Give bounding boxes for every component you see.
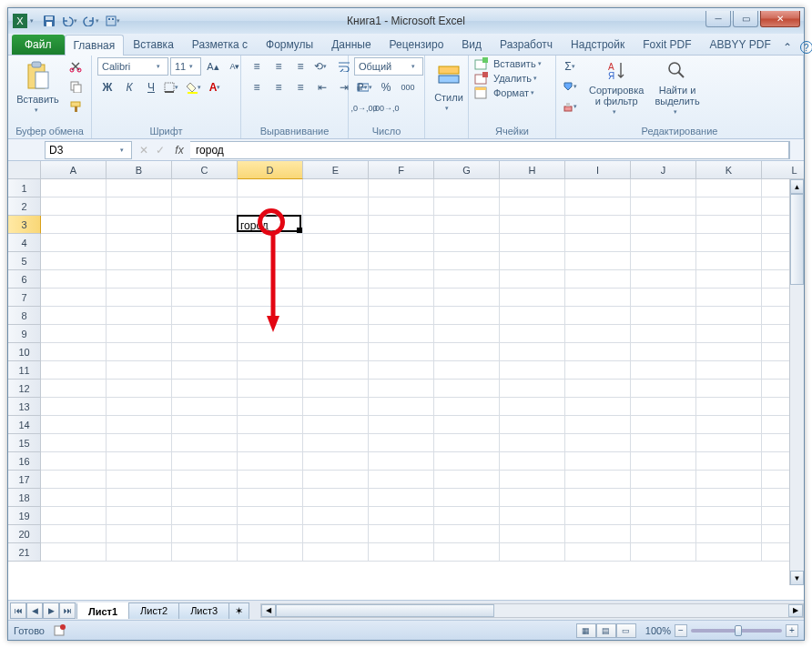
ribbon-tab-0[interactable]: Главная [65, 35, 125, 56]
cell[interactable] [303, 289, 369, 307]
cell[interactable] [172, 489, 238, 507]
row-header[interactable]: 6 [8, 270, 41, 289]
cell[interactable] [762, 197, 789, 216]
cell[interactable] [434, 325, 500, 343]
zoom-slider[interactable] [691, 629, 782, 633]
cell[interactable] [41, 197, 107, 216]
cell[interactable] [500, 270, 565, 289]
accounting-button[interactable]: ₽▾ [354, 78, 374, 96]
cell[interactable] [565, 416, 631, 434]
cell[interactable] [565, 525, 631, 543]
cell[interactable] [500, 343, 565, 361]
cell[interactable] [172, 543, 238, 562]
cell[interactable] [107, 252, 172, 270]
cell[interactable] [238, 525, 303, 543]
cell[interactable] [238, 343, 303, 361]
underline-button[interactable]: Ч [141, 78, 161, 96]
font-size-combo[interactable]: 11▾ [170, 57, 201, 76]
cell[interactable] [696, 380, 762, 398]
cell[interactable] [565, 452, 631, 471]
file-tab[interactable]: Файл [12, 35, 65, 55]
cell[interactable] [631, 398, 696, 416]
cell[interactable] [434, 434, 500, 452]
cell[interactable] [369, 452, 434, 471]
cell[interactable] [696, 197, 762, 216]
row-header[interactable]: 18 [8, 489, 41, 507]
cell[interactable] [172, 307, 238, 325]
increase-decimal-button[interactable]: ,0→,00 [354, 99, 374, 117]
cell[interactable] [107, 343, 172, 361]
cell[interactable] [41, 307, 107, 325]
cell[interactable] [41, 543, 107, 562]
find-select-button[interactable]: Найти и выделить▾ [651, 57, 703, 117]
row-header[interactable]: 10 [8, 343, 41, 361]
ribbon-tab-5[interactable]: Рецензиро [381, 34, 453, 55]
cell[interactable] [762, 398, 789, 416]
cell[interactable] [762, 179, 789, 197]
cell[interactable] [631, 325, 696, 343]
formula-input[interactable]: город [190, 141, 789, 159]
cell[interactable] [565, 434, 631, 452]
cell[interactable] [172, 471, 238, 489]
cell[interactable] [565, 507, 631, 525]
cell[interactable] [631, 252, 696, 270]
row-header[interactable]: 8 [8, 307, 41, 325]
cell[interactable] [500, 197, 565, 216]
cell[interactable] [762, 325, 789, 343]
cell[interactable] [172, 525, 238, 543]
cell[interactable] [238, 179, 303, 197]
cell[interactable] [565, 343, 631, 361]
cell[interactable] [500, 471, 565, 489]
styles-button[interactable]: Стили▾ [431, 57, 467, 117]
maximize-button[interactable]: ▭ [733, 11, 758, 27]
cell[interactable] [303, 270, 369, 289]
cell[interactable] [172, 398, 238, 416]
cell[interactable] [369, 471, 434, 489]
cell[interactable] [631, 507, 696, 525]
cell[interactable] [762, 361, 789, 380]
cell[interactable] [500, 361, 565, 380]
cell[interactable] [369, 507, 434, 525]
cell[interactable] [565, 398, 631, 416]
cell[interactable] [107, 270, 172, 289]
cell[interactable] [238, 361, 303, 380]
cell[interactable] [696, 452, 762, 471]
cell[interactable] [762, 471, 789, 489]
format-painter-button[interactable] [66, 97, 86, 116]
select-all-corner[interactable] [8, 161, 41, 179]
cell[interactable] [41, 471, 107, 489]
cell[interactable] [172, 289, 238, 307]
cell[interactable] [565, 197, 631, 216]
row-header[interactable]: 17 [8, 471, 41, 489]
cell[interactable] [696, 398, 762, 416]
cell[interactable] [303, 434, 369, 452]
cell[interactable] [762, 434, 789, 452]
ribbon-tab-9[interactable]: Foxit PDF [634, 34, 700, 55]
align-center-button[interactable]: ≡ [269, 78, 289, 96]
cell[interactable] [369, 325, 434, 343]
cell[interactable] [631, 361, 696, 380]
cell[interactable] [41, 179, 107, 197]
cell[interactable] [565, 489, 631, 507]
column-header[interactable]: I [565, 161, 631, 179]
row-header[interactable]: 21 [8, 543, 41, 562]
qat-menu-dropdown[interactable]: ▾ [30, 17, 37, 25]
cell[interactable] [369, 252, 434, 270]
cell[interactable] [107, 289, 172, 307]
cell[interactable] [434, 416, 500, 434]
cell[interactable] [238, 416, 303, 434]
column-header[interactable]: F [369, 161, 434, 179]
cell[interactable] [369, 179, 434, 197]
cell[interactable] [107, 307, 172, 325]
cell[interactable] [762, 307, 789, 325]
cell[interactable] [631, 289, 696, 307]
normal-view-button[interactable]: ▦ [576, 623, 596, 638]
cell[interactable] [172, 380, 238, 398]
cell[interactable] [41, 507, 107, 525]
cell[interactable] [631, 179, 696, 197]
cell[interactable] [762, 543, 789, 562]
cell[interactable] [41, 270, 107, 289]
cell[interactable] [434, 289, 500, 307]
align-left-button[interactable]: ≡ [247, 78, 267, 96]
cell[interactable] [762, 234, 789, 252]
